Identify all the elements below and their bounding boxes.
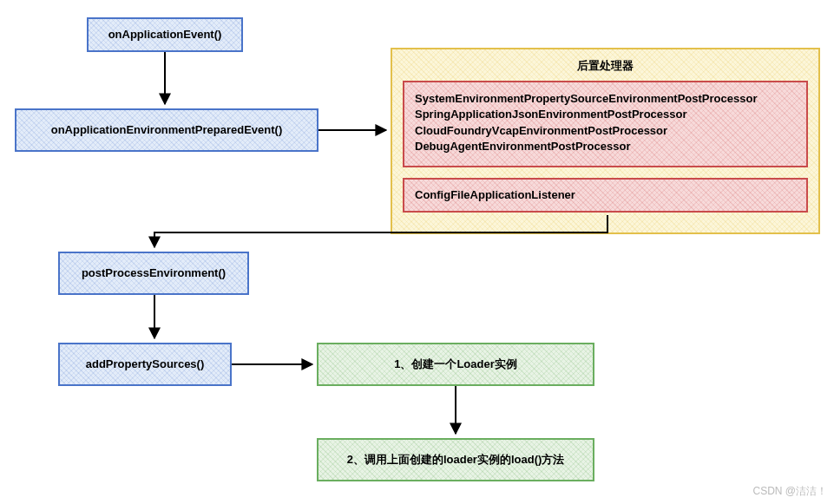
node-postProcessEnvironment: postProcessEnvironment() xyxy=(58,252,249,295)
node-label: 1、创建一个Loader实例 xyxy=(394,357,517,372)
node-label: 2、调用上面创建的loader实例的load()方法 xyxy=(347,452,565,468)
node-label: addPropertySources() xyxy=(86,357,205,372)
postprocessor-container: 后置处理器 SystemEnvironmentPropertySourceEnv… xyxy=(391,48,820,234)
node-onApplicationEnvironmentPreparedEvent: onApplicationEnvironmentPreparedEvent() xyxy=(15,108,318,152)
watermark-text: CSDN @洁洁！ xyxy=(752,485,827,497)
postprocessor-item: SystemEnvironmentPropertySourceEnvironme… xyxy=(415,91,796,107)
postprocessor-item: CloudFoundryVcapEnvironmentPostProcessor xyxy=(415,123,796,139)
node-onApplicationEvent: onApplicationEvent() xyxy=(87,17,243,52)
postprocessor-list: SystemEnvironmentPropertySourceEnvironme… xyxy=(403,81,808,167)
postprocessor-title-label: 后置处理器 xyxy=(577,59,634,72)
node-addPropertySources: addPropertySources() xyxy=(58,343,232,386)
postprocessor-item: DebugAgentEnvironmentPostProcessor xyxy=(415,139,796,154)
postprocessor-title: 后置处理器 xyxy=(403,58,808,74)
node-label: onApplicationEvent() xyxy=(108,27,222,43)
node-label: postProcessEnvironment() xyxy=(82,265,226,281)
configfile-listener: ConfigFileApplicationListener xyxy=(403,178,808,213)
node-callLoad: 2、调用上面创建的loader实例的load()方法 xyxy=(317,438,594,481)
node-label: onApplicationEnvironmentPreparedEvent() xyxy=(51,122,283,138)
watermark: CSDN @洁洁！ xyxy=(752,484,827,499)
configfile-listener-label: ConfigFileApplicationListener xyxy=(415,187,575,203)
postprocessor-item: SpringApplicationJsonEnvironmentPostProc… xyxy=(415,107,796,122)
node-createLoader: 1、创建一个Loader实例 xyxy=(317,343,594,386)
